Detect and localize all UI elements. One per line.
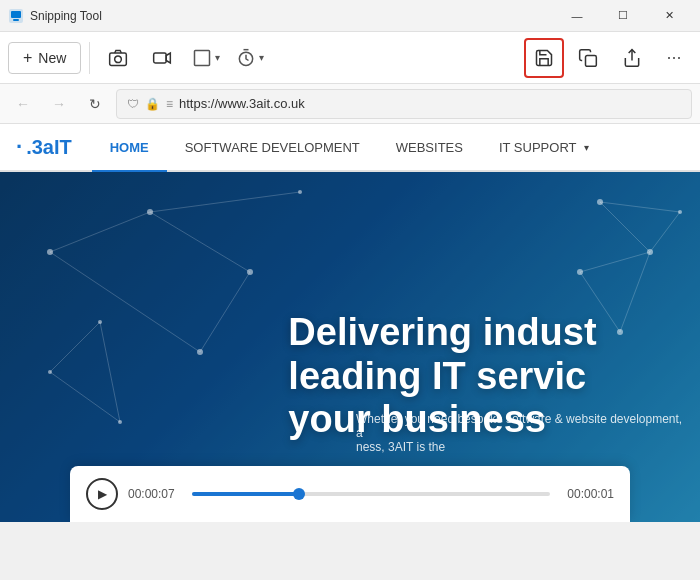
svg-rect-3: [110, 53, 127, 66]
url-text: https://www.3ait.co.uk: [179, 96, 681, 111]
back-icon: ←: [16, 96, 30, 112]
address-bar: ← → ↻ 🛡 🔒 ≡ https://www.3ait.co.uk: [0, 84, 700, 124]
logo-dot-icon: ·: [16, 134, 22, 160]
chevron-down-icon: ▾: [259, 52, 264, 63]
site-logo: · .3aIT: [16, 134, 72, 160]
nav-software-label: SOFTWARE DEVELOPMENT: [185, 140, 360, 155]
title-bar-text: Snipping Tool: [30, 9, 554, 23]
refresh-button[interactable]: ↻: [80, 89, 110, 119]
progress-handle[interactable]: [293, 488, 305, 500]
svg-rect-8: [586, 55, 597, 66]
share-button[interactable]: [612, 38, 652, 78]
window-controls: — ☐ ✕: [554, 0, 692, 32]
shield-icon: 🛡: [127, 97, 139, 111]
chevron-down-icon: ▾: [215, 52, 220, 63]
address-input-wrap[interactable]: 🛡 🔒 ≡ https://www.3ait.co.uk: [116, 89, 692, 119]
minimize-button[interactable]: —: [554, 0, 600, 32]
hero-title-line2: leading IT servic: [288, 355, 596, 399]
nav-itsupport-label: IT SUPPORT: [499, 140, 577, 155]
timer-button[interactable]: ▾: [230, 44, 270, 72]
hero-subtitle: Whether you need bespoke software & webs…: [340, 412, 700, 454]
hero-subtitle-line2: ness, 3AIT is the: [356, 440, 684, 454]
forward-icon: →: [52, 96, 66, 112]
nav-home[interactable]: HOME: [92, 124, 167, 172]
forward-button[interactable]: →: [44, 89, 74, 119]
time-total: 00:00:01: [560, 487, 614, 501]
nav-websites[interactable]: WEBSITES: [378, 124, 481, 172]
shape-dropdown[interactable]: ▾: [186, 44, 226, 72]
save-button[interactable]: [524, 38, 564, 78]
app-icon: [8, 8, 24, 24]
screenshot-button[interactable]: [98, 38, 138, 78]
nav-home-label: HOME: [110, 140, 149, 155]
more-icon: ···: [666, 47, 681, 68]
site-navbar: · .3aIT HOME SOFTWARE DEVELOPMENT WEBSIT…: [0, 124, 700, 172]
toolbar: + New ▾: [0, 32, 700, 84]
video-player: ▶ 00:00:07 00:00:01: [70, 466, 630, 522]
chevron-down-icon: ▾: [584, 142, 589, 153]
more-button[interactable]: ···: [656, 40, 692, 76]
svg-rect-6: [195, 50, 210, 65]
nav-itsupport[interactable]: IT SUPPORT ▾: [481, 124, 608, 172]
play-icon: ▶: [98, 487, 107, 501]
close-button[interactable]: ✕: [646, 0, 692, 32]
new-label: New: [38, 50, 66, 66]
new-button[interactable]: + New: [8, 42, 81, 74]
copy-button[interactable]: [568, 38, 608, 78]
timer-dropdown[interactable]: ▾: [230, 44, 270, 72]
back-button[interactable]: ←: [8, 89, 38, 119]
svg-rect-1: [11, 11, 21, 18]
refresh-icon: ↻: [89, 96, 101, 112]
svg-point-4: [115, 55, 122, 62]
svg-rect-5: [154, 53, 167, 63]
logo-text: .3aIT: [26, 136, 72, 159]
progress-bar[interactable]: [192, 492, 550, 496]
lock-icon: 🔒: [145, 97, 160, 111]
nav-websites-label: WEBSITES: [396, 140, 463, 155]
time-current: 00:00:07: [128, 487, 182, 501]
play-button[interactable]: ▶: [86, 478, 118, 510]
shape-button[interactable]: ▾: [186, 44, 226, 72]
restore-button[interactable]: ☐: [600, 0, 646, 32]
record-button[interactable]: [142, 38, 182, 78]
title-bar: Snipping Tool — ☐ ✕: [0, 0, 700, 32]
hero-title-line1: Delivering indust: [288, 311, 596, 355]
hero-section: Delivering indust leading IT servic your…: [0, 172, 700, 522]
toolbar-separator: [89, 42, 90, 74]
progress-fill: [192, 492, 299, 496]
svg-rect-2: [13, 19, 19, 21]
url-icon: ≡: [166, 97, 173, 111]
plus-icon: +: [23, 49, 32, 67]
hero-subtitle-line1: Whether you need bespoke software & webs…: [356, 412, 684, 440]
nav-software[interactable]: SOFTWARE DEVELOPMENT: [167, 124, 378, 172]
